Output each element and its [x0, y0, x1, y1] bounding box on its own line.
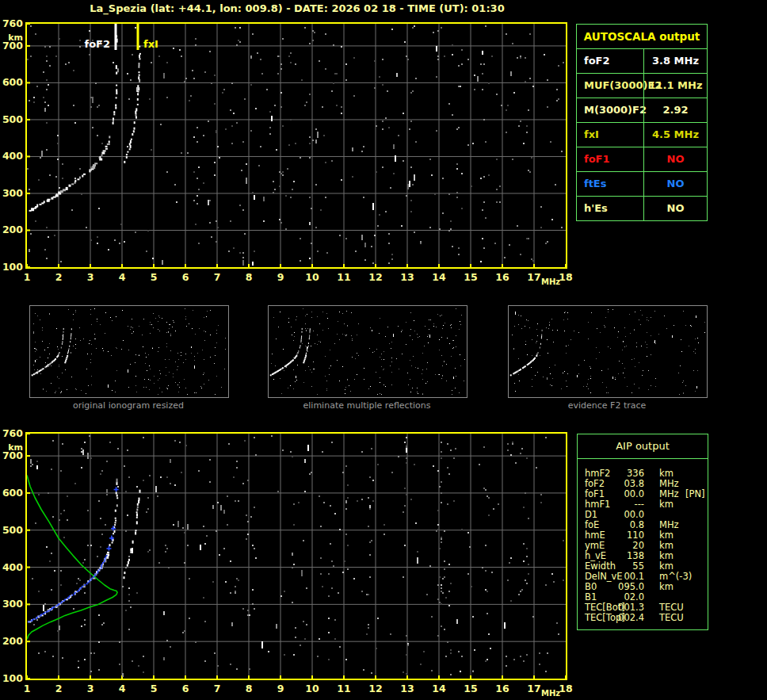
x-axis-tick-label: 10: [300, 683, 324, 694]
parameter-value: 110: [600, 530, 644, 541]
parameter-value: 00.1: [600, 572, 644, 582]
x-axis-tick-label: 3: [78, 272, 102, 283]
x-mode-trace: [124, 46, 141, 163]
x-axis-tick-label: 11: [332, 272, 356, 283]
x-axis-tick-label: 5: [142, 683, 166, 694]
parameter-value: 3.8 MHz: [643, 49, 707, 73]
aip-row-fof2: foF203.8MHz: [578, 479, 708, 489]
parameter-value: 002.4: [600, 613, 644, 623]
x-axis-tick-label: 8: [237, 683, 261, 694]
y-axis-tick-label: 760: [0, 18, 23, 29]
y-axis-tick-label: 500: [0, 114, 23, 125]
aip-row-hme: hmE110km: [578, 530, 708, 541]
thumbnail-caption: original ionogram resized: [29, 400, 228, 411]
x-axis-tick-label: 4: [110, 683, 134, 694]
fxi-marker-label: fxI: [143, 38, 158, 50]
thumbnail-eliminate-reflections: [268, 305, 467, 398]
x-axis-tick-label: 9: [269, 683, 292, 694]
parameter-value: NO: [643, 147, 707, 171]
y-axis-tick-label: 760: [0, 428, 23, 439]
parameter-unit: km: [659, 541, 674, 551]
parameter-note: [PN]: [685, 489, 705, 499]
parameter-name: foF1: [584, 147, 610, 171]
parameter-value: 4.5 MHz: [643, 123, 707, 147]
noise-speckle: [30, 435, 564, 677]
x-axis-tick-label: 7: [205, 272, 229, 283]
aip-table-header: AIP output: [578, 434, 708, 459]
autoscala-table-header: AUTOSCALA output: [577, 25, 707, 48]
fof2-marker-line: [115, 24, 117, 50]
autoscala-row-muf3000f2: MUF(3000)F211.1 MHz: [577, 73, 707, 98]
fxi-marker-line: [137, 24, 139, 50]
station-title: La_Spezia (lat: +44.1, lon: 009.8) - DAT…: [26, 2, 568, 14]
parameter-value: 0.8: [600, 520, 644, 530]
aip-row-hmf1: hmF1---km: [578, 499, 708, 510]
x-axis-tick-label: 6: [174, 683, 197, 694]
noise-speckle: [271, 308, 465, 395]
parameter-unit: TECU: [659, 602, 684, 613]
parameter-value: 55: [600, 561, 644, 572]
aip-row-b0: B0095.0km: [578, 582, 708, 592]
aip-row-foe: foE0.8MHz: [578, 520, 708, 530]
asymptote-speckle: [116, 479, 140, 493]
y-axis-tick-label: 300: [0, 188, 23, 199]
parameter-value: 03.8: [600, 479, 644, 489]
y-axis-unit-label: km: [0, 442, 23, 453]
x-axis-tick-label: 15: [459, 272, 483, 283]
x-axis-tick-label: 11: [332, 683, 356, 694]
aip-row-b1: B102.0: [578, 592, 708, 602]
parameter-name: foF2: [584, 49, 610, 73]
x-axis-tick-label: 1: [15, 683, 39, 694]
aip-row-tecbot: TEC[Bot]001.3TECU: [578, 602, 708, 613]
aip-row-ewidth: Ewidth55km: [578, 561, 708, 572]
o-mode-trace: [270, 328, 303, 376]
parameter-unit: km: [659, 582, 674, 592]
parameter-unit: km: [659, 499, 674, 510]
x-axis-tick-label: 12: [364, 272, 387, 283]
parameter-unit: km: [659, 469, 674, 479]
o-mode-trace: [510, 330, 543, 377]
aip-row-tectop: TEC[Top]002.4TECU: [578, 613, 708, 623]
o-mode-trace: [29, 85, 118, 212]
parameter-unit: MHz: [659, 479, 679, 489]
x-mode-trace: [124, 498, 140, 580]
parameter-value: 20: [600, 541, 644, 551]
parameter-unit: km: [659, 530, 674, 541]
parameter-value: 336: [600, 469, 644, 479]
x-axis-tick-label: 6: [174, 272, 197, 283]
thumbnail-evidence-f2-trace: [508, 305, 708, 398]
parameter-value: 001.3: [600, 602, 644, 613]
x-axis-tick-label: 16: [490, 683, 514, 694]
noise-speckle: [33, 308, 226, 395]
x-axis-unit-label: MHz: [541, 688, 562, 699]
parameter-value: 02.0: [600, 592, 644, 602]
x-axis-tick-label: 2: [47, 272, 71, 283]
autoscala-output-table: AUTOSCALA output foF23.8 MHzMUF(3000)F21…: [576, 24, 708, 221]
y-axis-tick-label: 600: [0, 488, 23, 499]
x-axis-tick-label: 10: [300, 272, 324, 283]
aip-row-hmf2: hmF2336km: [578, 469, 708, 479]
thumbnail-caption: eliminate multiple reflections: [267, 400, 467, 411]
parameter-name: M(3000)F2: [584, 98, 647, 122]
electron-density-profile: [27, 475, 117, 639]
autoscala-ionogram-plot: foF2fxI: [25, 22, 567, 269]
aip-row-hve: h_vE138km: [578, 551, 708, 561]
x-axis-unit-label: MHz: [541, 277, 562, 288]
y-axis-tick-label: 200: [0, 224, 23, 235]
autoscala-row-hes: h'EsNO: [577, 196, 707, 220]
parameter-name: B0: [585, 582, 597, 592]
x-axis-tick-label: 16: [490, 272, 514, 283]
grid-lines: [27, 24, 566, 267]
aip-row-d1: D100.0: [578, 510, 708, 520]
parameter-unit: m^(-3): [659, 572, 692, 582]
thumbnail-plot: [269, 306, 467, 397]
thumbnail-plot: [509, 306, 707, 397]
y-axis-tick-label: 400: [0, 151, 23, 162]
parameter-name: ftEs: [584, 172, 607, 196]
noise-speckle: [27, 25, 564, 266]
autoscala-row-m3000f2: M(3000)F22.92: [577, 98, 707, 122]
x-axis-tick-label: 15: [459, 683, 483, 694]
x-axis-tick-label: 2: [47, 683, 71, 694]
x-axis-tick-label: 8: [237, 272, 261, 283]
autoscala-row-ftes: ftEsNO: [577, 171, 707, 196]
